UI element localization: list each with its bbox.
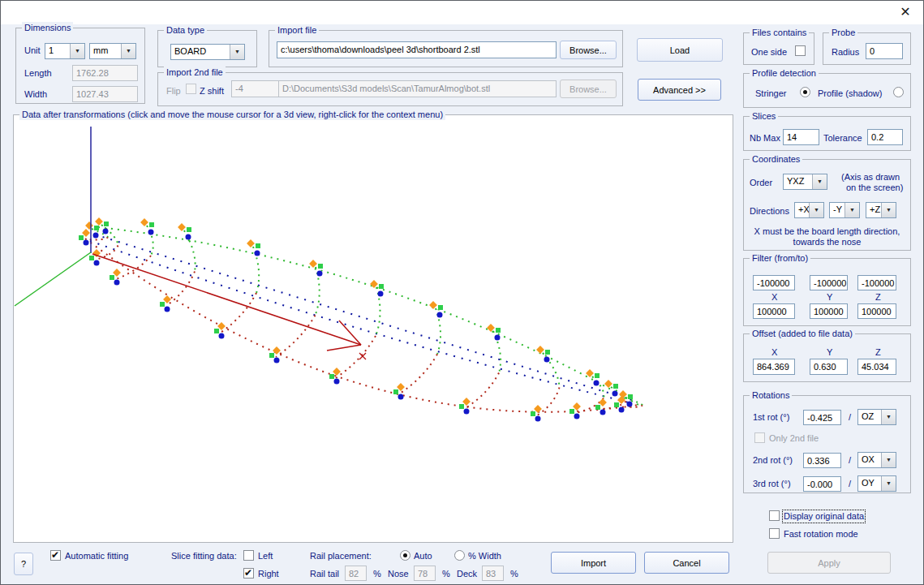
rot3-slash: / bbox=[849, 479, 851, 489]
offset-x-field[interactable]: 864.369 bbox=[753, 359, 795, 375]
3d-view-canvas[interactable] bbox=[14, 115, 733, 542]
rot1-field[interactable]: -0.425 bbox=[803, 410, 841, 425]
rot2-label: 2nd rot (°) bbox=[753, 455, 793, 466]
tolerance-field[interactable]: 0.2 bbox=[867, 129, 903, 145]
auto-label: Auto bbox=[414, 551, 432, 561]
coords-note-line1: X must be the board length direction, bbox=[744, 226, 910, 237]
slices-title: Slices bbox=[750, 110, 778, 122]
slice-fitting-label: Slice fitting data: bbox=[171, 551, 237, 561]
chevron-down-icon[interactable]: ▼ bbox=[881, 203, 896, 217]
browse-button[interactable]: Browse... bbox=[560, 41, 617, 59]
nose-label: Nose bbox=[388, 569, 409, 579]
rotations-group: Rotations 1st rot (°) -0.425 / OZ▼ Only … bbox=[743, 395, 911, 493]
dir-z-select[interactable]: +Z▼ bbox=[866, 202, 896, 218]
offset-title: Offset (added to file data) bbox=[750, 328, 855, 339]
chevron-down-icon[interactable]: ▼ bbox=[812, 174, 827, 189]
display-original-label[interactable]: Display original data bbox=[784, 511, 864, 522]
coordinates-group: Coordinates Order YXZ▼ (Axis as drawn on… bbox=[743, 159, 911, 251]
rot3-axis-select[interactable]: OY▼ bbox=[857, 475, 896, 492]
filter-y-from-field[interactable]: -100000 bbox=[810, 275, 848, 290]
deck-field: 83 bbox=[482, 566, 504, 581]
length-field: 1762.28 bbox=[72, 65, 138, 81]
rot1-axis-select[interactable]: OZ▼ bbox=[857, 409, 896, 425]
stringer-radio[interactable] bbox=[800, 87, 810, 97]
left-label: Left bbox=[258, 551, 273, 561]
import-button[interactable]: Import bbox=[551, 552, 636, 574]
one-side-checkbox[interactable] bbox=[795, 45, 806, 56]
chevron-down-icon[interactable]: ▼ bbox=[844, 203, 859, 217]
offset-z-label: Z bbox=[875, 347, 881, 358]
chevron-down-icon[interactable]: ▼ bbox=[121, 44, 135, 58]
unit-scale-select[interactable]: 1▼ bbox=[45, 43, 85, 59]
dimensions-group: Dimensions Unit 1▼ mm▼ Length 1762.28 Wi… bbox=[15, 28, 145, 104]
coords-note-line2: towards the nose bbox=[744, 237, 910, 247]
deck-label: Deck bbox=[457, 569, 477, 579]
rot1-label: 1st rot (°) bbox=[753, 412, 789, 423]
radius-label: Radius bbox=[832, 47, 859, 58]
filter-z-label: Z bbox=[875, 292, 881, 303]
dir-x-select[interactable]: +X▼ bbox=[794, 202, 824, 218]
only-2nd-checkbox bbox=[754, 432, 765, 443]
import-2nd-file-group: Import 2nd file Flip Z shift -4 D:\Docum… bbox=[157, 72, 623, 106]
length-label: Length bbox=[24, 68, 52, 79]
data-type-select[interactable]: BOARD▼ bbox=[170, 44, 245, 60]
rot2-slash: / bbox=[849, 455, 851, 466]
rot3-field[interactable]: -0.000 bbox=[803, 476, 841, 492]
rot2-axis-select[interactable]: OX▼ bbox=[857, 452, 896, 468]
filter-group: Filter (from/to) -100000 -100000 -100000… bbox=[743, 258, 911, 326]
unit-system-select[interactable]: mm▼ bbox=[89, 43, 136, 59]
rot2-field[interactable]: 0.336 bbox=[803, 453, 841, 468]
chevron-down-icon[interactable]: ▼ bbox=[70, 44, 84, 58]
flip-label: Flip bbox=[166, 86, 181, 97]
profile-shadow-radio[interactable] bbox=[893, 87, 904, 97]
automatic-fitting-checkbox[interactable] bbox=[50, 550, 61, 561]
order-label: Order bbox=[750, 178, 772, 188]
rot1-slash: / bbox=[849, 412, 851, 423]
right-checkbox[interactable] bbox=[243, 568, 254, 579]
nb-max-field[interactable]: 14 bbox=[783, 129, 819, 145]
import-file-title: Import file bbox=[275, 24, 319, 36]
order-select[interactable]: YXZ▼ bbox=[783, 174, 827, 190]
dimensions-title: Dimensions bbox=[22, 22, 73, 33]
left-checkbox[interactable] bbox=[243, 550, 254, 561]
dir-y-select[interactable]: -Y▼ bbox=[829, 202, 860, 218]
filter-x-to-field[interactable]: 100000 bbox=[753, 303, 795, 319]
import-dialog: ✕ Dimensions Unit 1▼ mm▼ Length 1762.28 … bbox=[0, 0, 924, 585]
filter-y-to-field[interactable]: 100000 bbox=[810, 303, 848, 319]
filter-title: Filter (from/to) bbox=[750, 252, 810, 264]
files-contains-group: Files contains One side bbox=[743, 32, 814, 65]
import-file-group: Import file c:\users\thoma\downloads\pee… bbox=[269, 30, 623, 67]
zshift-label: Z shift bbox=[200, 86, 224, 97]
data-type-group: Data type BOARD▼ bbox=[157, 30, 257, 67]
offset-x-label: X bbox=[771, 347, 777, 358]
directions-label: Directions bbox=[750, 206, 789, 217]
offset-y-field[interactable]: 0.630 bbox=[810, 359, 848, 375]
chevron-down-icon[interactable]: ▼ bbox=[230, 45, 244, 59]
close-icon[interactable]: ✕ bbox=[897, 4, 913, 20]
help-button[interactable]: ? bbox=[14, 553, 33, 575]
pct-width-radio[interactable] bbox=[454, 550, 465, 561]
cancel-button[interactable]: Cancel bbox=[644, 552, 729, 574]
rotations-title: Rotations bbox=[750, 389, 792, 401]
auto-radio[interactable] bbox=[400, 550, 410, 561]
chevron-down-icon[interactable]: ▼ bbox=[881, 453, 896, 467]
offset-z-field[interactable]: 45.034 bbox=[857, 359, 896, 375]
unit-label: Unit bbox=[24, 45, 41, 56]
chevron-down-icon[interactable]: ▼ bbox=[881, 476, 896, 491]
deck-pct-label: % bbox=[510, 569, 518, 579]
rail-tail-field: 82 bbox=[345, 566, 367, 581]
chevron-down-icon[interactable]: ▼ bbox=[881, 410, 896, 424]
rot3-label: 3rd rot (°) bbox=[753, 479, 791, 489]
filter-x-from-field[interactable]: -100000 bbox=[753, 275, 795, 290]
offset-group: Offset (added to file data) X Y Z 864.36… bbox=[743, 333, 911, 382]
display-original-checkbox[interactable] bbox=[769, 510, 780, 521]
fast-rotation-checkbox[interactable] bbox=[769, 528, 780, 539]
chevron-down-icon[interactable]: ▼ bbox=[809, 203, 823, 217]
import-file-path-input[interactable]: c:\users\thoma\downloads\peel 3d\shortbo… bbox=[277, 41, 557, 58]
advanced-button[interactable]: Advanced >> bbox=[638, 79, 721, 101]
load-button[interactable]: Load bbox=[637, 38, 723, 62]
radius-field[interactable]: 0 bbox=[866, 43, 903, 59]
flip-checkbox bbox=[186, 84, 196, 94]
filter-z-from-field[interactable]: -100000 bbox=[857, 275, 896, 290]
filter-z-to-field[interactable]: 100000 bbox=[857, 303, 896, 319]
